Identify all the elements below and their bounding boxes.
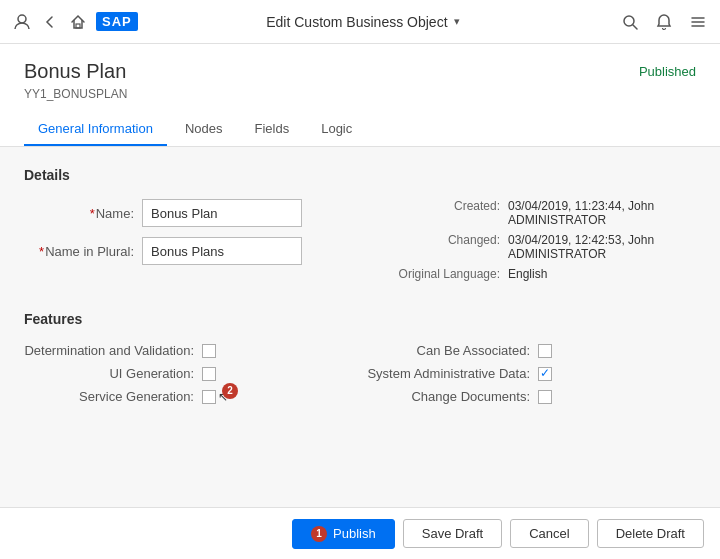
name-plural-row: *Name in Plural:: [24, 237, 320, 265]
top-nav-center: Edit Custom Business Object ▾: [138, 14, 588, 30]
changed-row: Changed: 03/04/2019, 12:42:53, JohnADMIN…: [380, 233, 696, 261]
feature-ui-generation: UI Generation:: [24, 366, 360, 381]
created-label: Created:: [380, 199, 500, 227]
determination-validation-checkbox[interactable]: [202, 344, 216, 358]
page-title: Bonus Plan: [24, 60, 126, 83]
can-be-associated-label: Can Be Associated:: [360, 343, 530, 358]
form-left: *Name: *Name in Plural:: [24, 199, 360, 287]
publish-label: Publish: [333, 526, 376, 541]
feature-can-be-associated: Can Be Associated:: [360, 343, 696, 358]
tab-logic[interactable]: Logic: [307, 113, 366, 146]
details-section: Details *Name: *Name in Plural: Created:…: [24, 167, 696, 287]
feature-system-administrative-data: System Administrative Data:: [360, 366, 696, 381]
top-nav: SAP Edit Custom Business Object ▾: [0, 0, 720, 44]
name-plural-input[interactable]: [142, 237, 302, 265]
top-nav-left: SAP: [12, 12, 138, 32]
system-administrative-data-checkbox[interactable]: [538, 367, 552, 381]
status-badge: Published: [639, 64, 696, 79]
page-nav-title: Edit Custom Business Object: [266, 14, 447, 30]
features-right: Can Be Associated: System Administrative…: [360, 343, 696, 412]
tabs: General Information Nodes Fields Logic: [24, 113, 696, 146]
created-row: Created: 03/04/2019, 11:23:44, JohnADMIN…: [380, 199, 696, 227]
svg-point-0: [18, 15, 26, 23]
can-be-associated-checkbox[interactable]: [538, 344, 552, 358]
features-grid: Determination and Validation: UI Generat…: [24, 343, 696, 412]
cancel-button[interactable]: Cancel: [510, 519, 588, 548]
feature-change-documents: Change Documents:: [360, 389, 696, 404]
page-subtitle: YY1_BONUSPLAN: [24, 87, 696, 101]
created-value: 03/04/2019, 11:23:44, JohnADMINISTRATOR: [508, 199, 654, 227]
details-title: Details: [24, 167, 696, 183]
user-icon[interactable]: [12, 12, 32, 32]
top-nav-right: [588, 12, 708, 32]
menu-icon[interactable]: [688, 12, 708, 32]
tab-nodes[interactable]: Nodes: [171, 113, 237, 146]
form-right: Created: 03/04/2019, 11:23:44, JohnADMIN…: [360, 199, 696, 287]
change-documents-checkbox[interactable]: [538, 390, 552, 404]
changed-value: 03/04/2019, 12:42:53, JohnADMINISTRATOR: [508, 233, 654, 261]
service-generation-label: Service Generation:: [24, 389, 194, 404]
bell-icon[interactable]: [654, 12, 674, 32]
back-icon[interactable]: [40, 12, 60, 32]
feature-service-generation: Service Generation: 2 ↖: [24, 389, 360, 404]
page-header: Bonus Plan Published YY1_BONUSPLAN Gener…: [0, 44, 720, 147]
footer: 1 Publish Save Draft Cancel Delete Draft: [0, 507, 720, 559]
tab-general-information[interactable]: General Information: [24, 113, 167, 146]
ui-generation-label: UI Generation:: [24, 366, 194, 381]
details-grid: *Name: *Name in Plural: Created: 03/04/2…: [24, 199, 696, 287]
features-section: Features Determination and Validation: U…: [24, 311, 696, 412]
determination-validation-label: Determination and Validation:: [24, 343, 194, 358]
name-label: *Name:: [24, 206, 134, 221]
tab-fields[interactable]: Fields: [240, 113, 303, 146]
service-generation-checkbox[interactable]: [202, 390, 216, 404]
svg-line-3: [633, 25, 637, 29]
service-generation-badge: 2: [222, 383, 238, 399]
feature-determination-validation: Determination and Validation:: [24, 343, 360, 358]
name-plural-label: *Name in Plural:: [24, 244, 134, 259]
search-icon[interactable]: [620, 12, 640, 32]
main-content: Details *Name: *Name in Plural: Created:…: [0, 147, 720, 522]
publish-badge: 1: [311, 526, 327, 542]
system-administrative-data-label: System Administrative Data:: [360, 366, 530, 381]
features-title: Features: [24, 311, 696, 327]
original-language-label: Original Language:: [380, 267, 500, 281]
publish-button[interactable]: 1 Publish: [292, 519, 395, 549]
service-generation-wrapper: 2 ↖: [202, 390, 228, 404]
features-left: Determination and Validation: UI Generat…: [24, 343, 360, 412]
home-icon[interactable]: [68, 12, 88, 32]
name-input[interactable]: [142, 199, 302, 227]
page-title-row: Bonus Plan Published: [24, 60, 696, 83]
title-dropdown-icon[interactable]: ▾: [454, 15, 460, 28]
change-documents-label: Change Documents:: [360, 389, 530, 404]
original-language-row: Original Language: English: [380, 267, 696, 281]
changed-label: Changed:: [380, 233, 500, 261]
delete-draft-button[interactable]: Delete Draft: [597, 519, 704, 548]
sap-logo: SAP: [96, 14, 138, 29]
save-draft-button[interactable]: Save Draft: [403, 519, 502, 548]
original-language-value: English: [508, 267, 547, 281]
ui-generation-checkbox[interactable]: [202, 367, 216, 381]
name-row: *Name:: [24, 199, 320, 227]
